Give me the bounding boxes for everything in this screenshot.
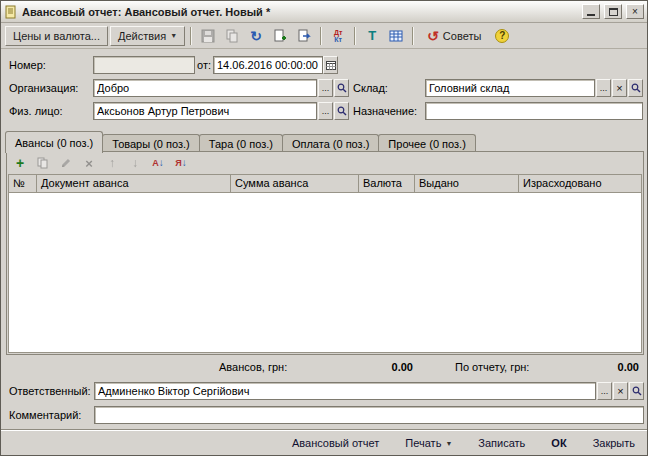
move-down-button[interactable]: ↓: [125, 154, 145, 172]
magnifier-icon: [337, 106, 347, 116]
window-title: Авансовый отчет: Авансовый отчет. Новый …: [22, 6, 578, 18]
report-table-button[interactable]: [385, 26, 407, 46]
warehouse-input[interactable]: [425, 79, 595, 97]
responsible-open-button[interactable]: [629, 382, 644, 400]
close-button[interactable]: ×: [626, 4, 644, 19]
minimize-button[interactable]: [582, 4, 600, 19]
toolbar-separator: [412, 27, 414, 45]
ok-label: ОК: [551, 437, 566, 449]
delete-icon: ×: [85, 157, 93, 170]
actions-button[interactable]: Действия ▼: [110, 26, 185, 46]
pencil-icon: [60, 157, 72, 169]
magnifier-icon: [337, 83, 347, 93]
warehouse-select-button[interactable]: ...: [596, 79, 611, 97]
posting-dtkt-button[interactable]: Дт Кт: [327, 26, 349, 46]
new-document-button[interactable]: [269, 26, 291, 46]
copy-document-button[interactable]: [221, 26, 243, 46]
copy-row-button[interactable]: [33, 154, 53, 172]
calendar-button[interactable]: [323, 56, 338, 74]
copy-icon: [37, 157, 49, 169]
ok-button[interactable]: ОК: [547, 435, 570, 451]
comment-input[interactable]: [94, 406, 644, 424]
comment-label: Комментарий:: [9, 409, 81, 421]
delete-row-button[interactable]: ×: [79, 154, 99, 172]
organization-select-button[interactable]: ...: [318, 79, 333, 97]
close-form-button[interactable]: Закрыть: [589, 435, 639, 451]
column-header-given[interactable]: Выдано: [415, 175, 519, 192]
export-button[interactable]: [293, 26, 315, 46]
person-open-button[interactable]: [334, 102, 349, 120]
warehouse-open-button[interactable]: [628, 79, 643, 97]
main-toolbar: Цены и валюта... Действия ▼ ↻: [1, 23, 647, 49]
maximize-button[interactable]: [604, 4, 622, 19]
dtkt-posting-icon: Дт Кт: [334, 29, 342, 43]
advance-report-print-button[interactable]: Авансовый отчет: [288, 435, 383, 451]
copy-icon: [225, 29, 239, 43]
move-up-button[interactable]: ↑: [102, 154, 122, 172]
advices-button[interactable]: ↺ Советы: [419, 26, 489, 46]
responsible-input[interactable]: [94, 382, 596, 400]
grid-toolbar: + × ↑ ↓ А↓ Я↓: [7, 152, 643, 174]
table-grid-icon: [389, 29, 403, 43]
advices-icon: ↺: [427, 28, 439, 44]
report-total-label: По отчету, грн:: [455, 361, 529, 373]
refresh-icon: ↻: [250, 28, 262, 44]
responsible-label: Ответственный:: [9, 385, 91, 397]
help-icon: ?: [495, 29, 509, 43]
print-button[interactable]: Печать ▼: [401, 435, 456, 451]
toolbar-separator: [320, 27, 322, 45]
grid-body-empty[interactable]: [9, 193, 641, 352]
organization-input[interactable]: [93, 79, 317, 97]
clear-icon: ×: [616, 83, 622, 94]
close-icon: ×: [632, 7, 638, 17]
add-row-button[interactable]: +: [10, 154, 30, 172]
chevron-down-icon: ▼: [170, 32, 177, 39]
ellipsis-icon: ...: [322, 84, 330, 93]
print-label: Печать: [405, 437, 441, 449]
organization-label: Организация:: [9, 82, 78, 94]
help-button[interactable]: ?: [491, 26, 513, 46]
column-header-currency[interactable]: Валюта: [359, 175, 415, 192]
toolbar-separator: [190, 27, 192, 45]
clear-icon: ×: [617, 386, 623, 397]
sort-desc-button[interactable]: Я↓: [171, 154, 191, 172]
save-record-button[interactable]: Записать: [474, 435, 529, 451]
arrow-up-icon: ↑: [109, 157, 115, 169]
plus-icon: +: [16, 156, 24, 170]
advices-label: Советы: [443, 30, 481, 42]
column-header-advance-sum[interactable]: Сумма аванса: [231, 175, 359, 192]
warehouse-clear-button[interactable]: ×: [612, 79, 627, 97]
ellipsis-icon: ...: [322, 107, 330, 116]
organization-open-button[interactable]: [334, 79, 349, 97]
document-icon: [4, 5, 18, 19]
magnifier-icon: [631, 83, 641, 93]
prices-currency-label: Цены и валюта...: [13, 30, 100, 42]
column-header-spent[interactable]: Израсходовано: [519, 175, 641, 192]
tab-advances[interactable]: Авансы (0 поз.): [5, 131, 103, 153]
minimize-icon: [587, 14, 595, 16]
number-input[interactable]: [93, 56, 195, 74]
calendar-icon: [326, 60, 336, 70]
reread-button[interactable]: ↻: [245, 26, 267, 46]
new-document-icon: [273, 29, 287, 43]
responsible-clear-button[interactable]: ×: [613, 382, 628, 400]
goto-related-button[interactable]: Т: [361, 26, 383, 46]
edit-row-button[interactable]: [56, 154, 76, 172]
person-input[interactable]: [93, 102, 317, 120]
column-header-number[interactable]: №: [9, 175, 37, 192]
advances-total-label: Авансов, грн:: [219, 361, 287, 373]
sort-asc-button[interactable]: А↓: [148, 154, 168, 172]
person-select-button[interactable]: ...: [318, 102, 333, 120]
sort-asc-icon: А↓: [152, 158, 164, 168]
purpose-input[interactable]: [425, 102, 643, 120]
ellipsis-icon: ...: [601, 387, 609, 396]
responsible-select-button[interactable]: ...: [597, 382, 612, 400]
date-input[interactable]: [213, 56, 323, 74]
actions-label: Действия: [118, 30, 166, 42]
floppy-icon: [201, 29, 215, 43]
save-button[interactable]: [197, 26, 219, 46]
prices-currency-button[interactable]: Цены и валюта...: [5, 26, 108, 46]
app-window: Авансовый отчет: Авансовый отчет. Новый …: [0, 0, 648, 456]
column-header-advance-document[interactable]: Документ аванса: [37, 175, 231, 192]
tab-bar: Авансы (0 поз.) Товары (0 поз.) Тара (0 …: [6, 131, 476, 153]
